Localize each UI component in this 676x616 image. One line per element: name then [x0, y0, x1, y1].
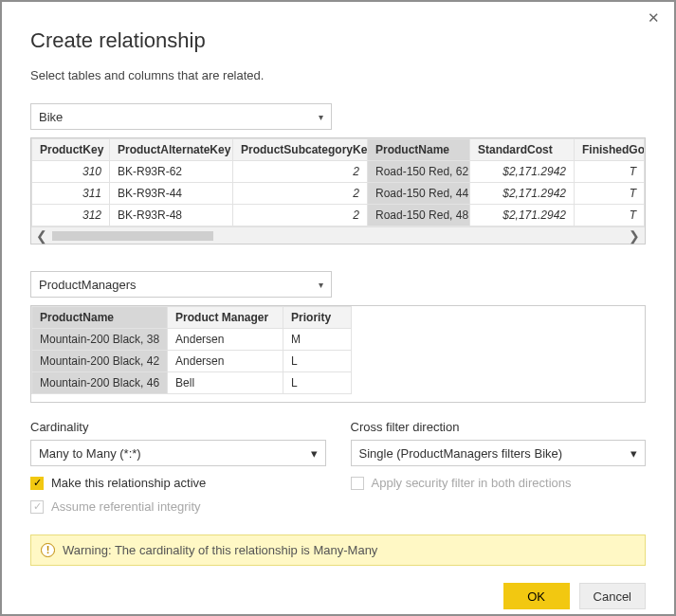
col-finishedgoodsflag[interactable]: FinishedGoodsFlag [575, 139, 645, 161]
create-relationship-dialog: ✕ Create relationship Select tables and … [0, 0, 676, 616]
col-productname[interactable]: ProductName [32, 307, 168, 329]
cardinality-value: Many to Many (*:*) [39, 446, 141, 461]
table1-select-value: Bike [39, 110, 63, 124]
active-checkbox-row[interactable]: ✓ Make this relationship active [30, 476, 326, 490]
warning-text: Warning: The cardinality of this relatio… [63, 543, 377, 557]
scroll-left-icon[interactable]: ❮ [31, 228, 52, 244]
col-productname[interactable]: ProductName [368, 139, 470, 161]
table2-grid: ProductName Product Manager Priority Mou… [30, 305, 646, 403]
table1-select[interactable]: Bike ▾ [30, 103, 332, 130]
warning-bar: ! Warning: The cardinality of this relat… [30, 534, 646, 566]
cardinality-select[interactable]: Many to Many (*:*) ▾ [30, 440, 326, 466]
checkbox-disabled-icon: ✓ [30, 500, 44, 514]
cancel-button[interactable]: Cancel [579, 583, 646, 609]
chevron-down-icon: ▾ [630, 446, 637, 461]
col-productsubcategorykey[interactable]: ProductSubcategoryKey [233, 139, 368, 161]
scroll-track[interactable] [52, 230, 624, 242]
chevron-down-icon: ▾ [311, 446, 318, 461]
checkbox-checked-icon[interactable]: ✓ [30, 477, 44, 490]
crossfilter-label: Cross filter direction [351, 420, 647, 434]
table-header-row: ProductKey ProductAlternateKey ProductSu… [32, 139, 645, 161]
col-priority[interactable]: Priority [283, 307, 352, 329]
chevron-down-icon: ▾ [319, 112, 323, 122]
scroll-thumb[interactable] [52, 231, 213, 241]
table-row[interactable]: 310 BK-R93R-62 2 Road-150 Red, 62 $2,171… [32, 161, 645, 183]
close-icon[interactable]: ✕ [646, 11, 661, 27]
security-filter-checkbox-row: ✓ Apply security filter in both directio… [351, 476, 647, 490]
table-row[interactable]: Mountain-200 Black, 46 Bell L [32, 372, 352, 394]
warning-icon: ! [41, 543, 55, 557]
dialog-subtitle: Select tables and columns that are relat… [30, 68, 646, 82]
table-row[interactable]: Mountain-200 Black, 42 Andersen L [32, 351, 352, 372]
table-row[interactable]: 311 BK-R93R-44 2 Road-150 Red, 44 $2,171… [32, 183, 645, 205]
col-standardcost[interactable]: StandardCost [470, 139, 575, 161]
col-productalternatekey[interactable]: ProductAlternateKey [110, 139, 233, 161]
security-filter-label: Apply security filter in both directions [372, 476, 572, 490]
ok-button[interactable]: OK [503, 583, 570, 609]
col-productkey[interactable]: ProductKey [32, 139, 110, 161]
chevron-down-icon: ▾ [319, 280, 323, 290]
table2-select[interactable]: ProductManagers ▾ [30, 271, 332, 298]
table1-grid: ProductKey ProductAlternateKey ProductSu… [30, 137, 646, 245]
assume-ri-checkbox-row: ✓ Assume referential integrity [30, 499, 326, 514]
assume-ri-label: Assume referential integrity [51, 499, 201, 514]
table-header-row: ProductName Product Manager Priority [32, 307, 352, 329]
active-checkbox-label: Make this relationship active [51, 476, 206, 490]
scroll-right-icon[interactable]: ❯ [624, 228, 645, 244]
table-row[interactable]: Mountain-200 Black, 38 Andersen M [32, 329, 352, 351]
table-row[interactable]: 312 BK-R93R-48 2 Road-150 Red, 48 $2,171… [32, 205, 645, 226]
col-productmanager[interactable]: Product Manager [168, 307, 283, 329]
horizontal-scrollbar[interactable]: ❮ ❯ [31, 226, 645, 244]
crossfilter-select[interactable]: Single (ProductManagers filters Bike) ▾ [351, 440, 647, 466]
table2-select-value: ProductManagers [39, 278, 137, 292]
checkbox-empty-icon: ✓ [351, 477, 364, 490]
cardinality-label: Cardinality [30, 420, 326, 434]
dialog-title: Create relationship [30, 28, 646, 53]
crossfilter-value: Single (ProductManagers filters Bike) [359, 446, 563, 461]
dialog-footer: OK Cancel [2, 566, 674, 609]
